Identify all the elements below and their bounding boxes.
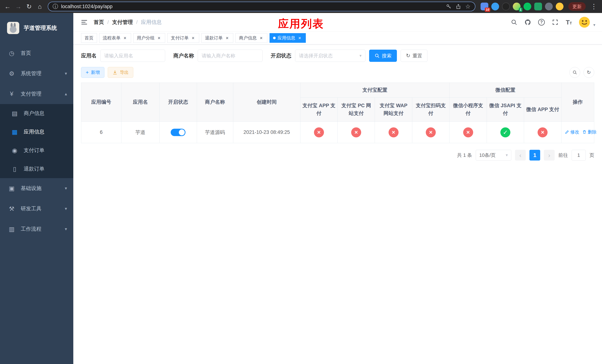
close-icon[interactable]: × [122, 35, 128, 41]
app-name-input[interactable] [100, 50, 165, 62]
wechat-mini-status-icon [463, 127, 473, 137]
col-header-wechat-mini: 微信小程序支付 [450, 97, 487, 122]
alipay-wap-status-icon [388, 127, 398, 137]
browser-chrome: ← → ↻ ⌂ ⓘ localhost:1024/pay/app ☆ 10 1 … [0, 0, 602, 13]
share-icon[interactable] [456, 4, 461, 9]
breadcrumb-home[interactable]: 首页 [94, 19, 104, 26]
top-navbar: 首页 / 支付管理 / 应用信息 ? TT [73, 13, 602, 32]
add-button[interactable]: + 新增 [81, 67, 104, 78]
col-header-wechat-jsapi: 微信 JSAPI 支付 [487, 97, 524, 122]
sidebar-subitem-merchant-info[interactable]: ▤ 商户信息 [0, 104, 73, 123]
close-icon[interactable]: × [156, 35, 161, 41]
app-grid-icon: ▦ [11, 128, 19, 136]
sidebar-subitem-pay-order[interactable]: ◉ 支付订单 [0, 141, 73, 160]
avatar[interactable] [579, 16, 590, 28]
extension-icon[interactable] [491, 3, 499, 10]
extension-icon[interactable] [545, 3, 553, 10]
reset-button[interactable]: ↻ 重置 [401, 50, 428, 62]
extension-icon[interactable] [524, 3, 531, 10]
plus-icon: + [86, 70, 89, 75]
merchant-name-input[interactable] [198, 50, 262, 62]
breadcrumb-payment[interactable]: 支付管理 [112, 19, 133, 26]
app-title: 芋道管理系统 [24, 24, 57, 32]
col-header-app-id: 应用编号 [81, 83, 121, 122]
navbar-actions: ? TT ▾ [510, 16, 595, 28]
close-icon[interactable]: × [191, 35, 196, 41]
tab-home[interactable]: 首页 [81, 33, 97, 43]
sidebar-item-payment-management[interactable]: ¥ 支付管理 ▴ [0, 84, 73, 104]
search-button[interactable]: 搜索 [369, 50, 397, 62]
col-header-alipay-app: 支付宝 APP 支付 [300, 97, 337, 122]
sidebar-item-workflow[interactable]: ▥ 工作流程 ▾ [0, 219, 73, 239]
delete-link[interactable]: 删除 [582, 129, 597, 135]
alipay-qr-status-icon [426, 127, 436, 137]
extension-icon[interactable] [502, 3, 510, 10]
chevron-up-icon: ▴ [65, 91, 67, 96]
forward-icon[interactable]: → [13, 1, 23, 11]
cell-app-id: 6 [81, 122, 121, 143]
goto-page-input[interactable] [572, 150, 586, 161]
col-header-wechat-app: 微信 APP 支付 [524, 97, 561, 122]
hamburger-icon[interactable] [80, 18, 88, 26]
address-bar[interactable]: ⓘ localhost:1024/pay/app ☆ [48, 2, 475, 11]
next-page-button[interactable]: › [544, 150, 555, 161]
total-count: 共 1 条 [457, 152, 472, 159]
password-key-icon[interactable] [446, 4, 452, 9]
tab-user-group[interactable]: 用户分组× [133, 33, 165, 43]
pagination: 共 1 条 10条/页 ▾ ‹ 1 › 前往 页 [81, 150, 594, 161]
sidebar-subitem-app-info[interactable]: ▦ 应用信息 [0, 123, 73, 141]
refresh-table-button[interactable]: ↻ [583, 67, 594, 78]
close-icon[interactable]: × [258, 35, 264, 41]
tab-flow-form[interactable]: 流程表单× [99, 33, 131, 43]
extension-icon[interactable]: 1 [513, 3, 521, 10]
tab-refund-order[interactable]: 退款订单× [201, 33, 233, 43]
reload-icon[interactable]: ↻ [24, 1, 34, 11]
sidebar-item-infrastructure[interactable]: ▣ 基础设施 ▾ [0, 178, 73, 198]
bookmark-star-icon[interactable]: ☆ [465, 3, 471, 10]
col-header-alipay-pc: 支付宝 PC 网站支付 [337, 97, 375, 122]
sidebar-item-home[interactable]: ◷ 首页 [0, 43, 73, 63]
extension-icon[interactable]: 10 [481, 3, 488, 10]
gear-icon: ⚙ [8, 70, 16, 77]
sidebar-subitem-refund-order[interactable]: ▯ 退款订单 [0, 160, 73, 178]
github-icon[interactable] [524, 18, 532, 26]
extension-badge: 10 [485, 8, 490, 12]
tab-pay-order[interactable]: 支付订单× [167, 33, 199, 43]
app-name-label: 应用名 [81, 52, 97, 59]
avatar-caret-icon[interactable]: ▾ [593, 22, 595, 28]
toggle-search-button[interactable] [570, 67, 580, 78]
browser-update-button[interactable]: 更新 [568, 2, 586, 11]
fullscreen-icon[interactable] [551, 18, 559, 26]
cell-app-name: 芋道 [121, 122, 159, 143]
back-icon[interactable]: ← [3, 1, 13, 11]
workflow-icon: ▥ [8, 225, 16, 233]
group-header-alipay: 支付宝配置 [300, 83, 450, 97]
sidebar-item-system-management[interactable]: ⚙ 系统管理 ▾ [0, 63, 73, 84]
browser-menu-icon[interactable]: ⋮ [588, 3, 599, 10]
help-icon[interactable]: ? [538, 18, 546, 26]
status-toggle[interactable] [171, 129, 185, 136]
page-1-button[interactable]: 1 [529, 150, 540, 161]
site-info-icon[interactable]: ⓘ [53, 3, 58, 10]
tab-merchant-info[interactable]: 商户信息× [236, 33, 267, 43]
payment-submenu: ▤ 商户信息 ▦ 应用信息 ◉ 支付订单 ▯ 退款订单 [0, 104, 73, 178]
close-icon[interactable]: × [297, 35, 302, 41]
prev-page-button[interactable]: ‹ [515, 150, 526, 161]
sidebar-item-dev-tools[interactable]: ⚒ 研发工具 ▾ [0, 198, 73, 219]
edit-link[interactable]: 修改 [565, 129, 579, 135]
export-button[interactable]: 导出 [108, 67, 133, 78]
font-size-icon[interactable]: TT [565, 18, 573, 26]
page-title-annotation: 应用列表 [278, 17, 324, 31]
tab-app-info[interactable]: 应用信息× [269, 33, 306, 43]
dashboard-icon: ◷ [8, 50, 16, 57]
close-icon[interactable]: × [225, 35, 230, 41]
home-icon[interactable]: ⌂ [35, 1, 45, 11]
search-icon[interactable] [510, 18, 518, 26]
page-size-select[interactable]: 10条/页 ▾ [476, 150, 511, 161]
col-header-created: 创建时间 [233, 83, 300, 122]
table-toolbar: + 新增 导出 ↻ [81, 67, 594, 78]
extension-icon[interactable] [534, 3, 542, 10]
sidebar-logo[interactable]: 芋道管理系统 [0, 13, 73, 43]
extension-icon[interactable] [556, 3, 563, 10]
status-select[interactable]: 请选择开启状态 ▾ [295, 50, 366, 62]
